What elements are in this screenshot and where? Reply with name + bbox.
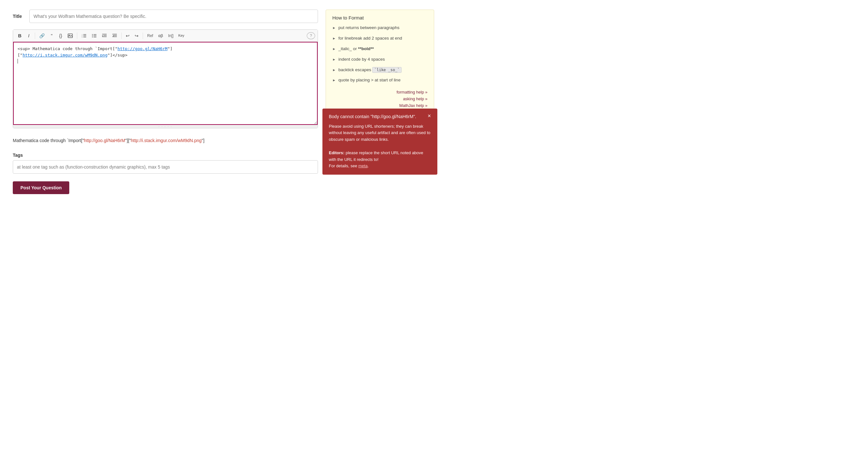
sidebar: How to Format ► put returns between para… [326, 9, 434, 194]
title-input[interactable] [29, 9, 318, 23]
outdent-button[interactable] [110, 32, 119, 39]
backtick-example: `like _so_` [372, 67, 401, 73]
svg-point-12 [92, 35, 93, 36]
italic-button[interactable]: I [25, 32, 33, 39]
error-editors-label: Editors: please replace the short URL no… [329, 150, 423, 162]
tags-label: Tags [13, 153, 318, 158]
preview-text-middle: "][" [125, 138, 131, 143]
error-popup-header: Body cannot contain "http://goo.gl/NaH6r… [329, 114, 431, 120]
title-row: Title [13, 9, 318, 23]
preview-text-before: Mathematica code through `Import[" [13, 138, 84, 143]
editor-link-2[interactable]: http://i.stack.imgur.com/wM9dN.png [23, 53, 107, 58]
error-body-text4: . [367, 163, 369, 168]
resize-dots: · · · · · [158, 125, 172, 128]
editor-toolbar: B I 🔗 " {} [13, 30, 318, 42]
svg-point-11 [92, 34, 93, 35]
indent-button[interactable] [100, 32, 109, 39]
format-text-paragraphs: put returns between paragraphs [338, 25, 399, 31]
format-item-emphasis: ► _italic_ or **bold** [332, 46, 428, 52]
format-item-linebreak: ► for linebreak add 2 spaces at end [332, 35, 428, 41]
error-meta-link[interactable]: meta [359, 163, 368, 168]
toolbar-separator-1 [35, 33, 35, 39]
text-cursor [18, 59, 18, 64]
unordered-list-button[interactable] [89, 32, 99, 39]
arrow-icon-linebreak: ► [332, 36, 336, 41]
preview-text-after: "] [202, 138, 205, 143]
preview-link-2[interactable]: http://i.stack.imgur.com/wM9dN.png [131, 138, 202, 143]
preview-area: Mathematica code through `Import["http:/… [13, 135, 318, 146]
editor-resize-handle[interactable]: · · · · · [13, 125, 318, 128]
mathjax-help-link[interactable]: MathJax help » [332, 103, 428, 108]
preview-link-1[interactable]: http://goo.gl/NaH6rM [84, 138, 125, 143]
error-popup-title: Body cannot contain "http://goo.gl/NaH6r… [329, 114, 420, 120]
error-body-text1: Please avoid using URL shorteners; they … [329, 124, 430, 142]
editor-body[interactable]: <sup> Mathematica code through `Import["… [13, 42, 318, 125]
alpha-beta-button[interactable]: αβ [156, 32, 165, 39]
how-to-format-panel: How to Format ► put returns between para… [326, 9, 434, 115]
toolbar-separator-4 [143, 33, 143, 39]
error-close-button[interactable]: × [428, 113, 431, 119]
format-text-quote: quote by placing > at start of line [338, 77, 401, 83]
editor-wrapper: B I 🔗 " {} [13, 29, 318, 128]
format-item-quote: ► quote by placing > at start of line [332, 77, 428, 83]
redo-button[interactable]: ↪ [132, 32, 141, 39]
format-item-paragraphs: ► put returns between paragraphs [332, 25, 428, 31]
help-button[interactable]: ? [307, 32, 315, 39]
blockquote-button[interactable]: " [48, 32, 56, 39]
undo-button[interactable]: ↩ [124, 32, 132, 39]
submit-button[interactable]: Post Your Question [13, 181, 69, 194]
format-text-linebreak: for linebreak add 2 spaces at end [338, 35, 402, 41]
format-item-backtick: ► backtick escapes `like _so_` [332, 67, 428, 73]
toolbar-separator-2 [77, 33, 77, 39]
ordered-list-button[interactable]: 1 2 3 [79, 32, 89, 39]
arrow-icon-code: ► [332, 57, 336, 62]
arrow-icon-backtick: ► [332, 68, 336, 72]
key-button[interactable]: Key [176, 33, 186, 39]
error-body-text3: For details, see [329, 163, 359, 168]
svg-point-13 [92, 37, 93, 37]
format-text-emphasis: _italic_ or **bold** [338, 46, 374, 52]
error-editors-strong: Editors: [329, 150, 344, 155]
error-popup: Body cannot contain "http://goo.gl/NaH6r… [322, 109, 437, 175]
format-item-code: ► indent code by 4 spaces [332, 57, 428, 63]
editor-line-2: ["http://i.stack.imgur.com/wM9dN.png"]</… [18, 53, 127, 58]
image-button[interactable] [65, 32, 75, 39]
error-popup-body: Please avoid using URL shorteners; they … [329, 123, 431, 170]
arrow-icon-emphasis: ► [332, 47, 336, 52]
arrow-icon-paragraphs: ► [332, 26, 336, 30]
editor-line-1: <sup> Mathematica code through `Import["… [18, 46, 173, 51]
toolbar-separator-3 [121, 33, 122, 39]
format-text-backtick: backtick escapes `like _so_` [338, 67, 402, 73]
input-cell-button[interactable]: In[] [166, 32, 176, 39]
bold-button[interactable]: B [16, 32, 24, 39]
editor-link-1[interactable]: http://goo.gl/NaH6rM [118, 46, 167, 51]
asking-help-link[interactable]: asking help » [332, 96, 428, 101]
title-label: Title [13, 14, 24, 19]
ref-button[interactable]: Ref [145, 32, 155, 39]
link-button[interactable]: 🔗 [37, 32, 47, 39]
format-links: formatting help » asking help » MathJax … [332, 90, 428, 108]
code-button[interactable]: {} [57, 32, 65, 39]
main-content: Title B I 🔗 " {} [13, 9, 318, 194]
arrow-icon-quote: ► [332, 78, 336, 83]
tags-input[interactable] [13, 160, 318, 174]
format-text-code: indent code by 4 spaces [338, 57, 385, 63]
formatting-help-link[interactable]: formatting help » [332, 90, 428, 94]
how-to-format-title: How to Format [332, 15, 428, 21]
svg-text:3: 3 [82, 36, 83, 38]
